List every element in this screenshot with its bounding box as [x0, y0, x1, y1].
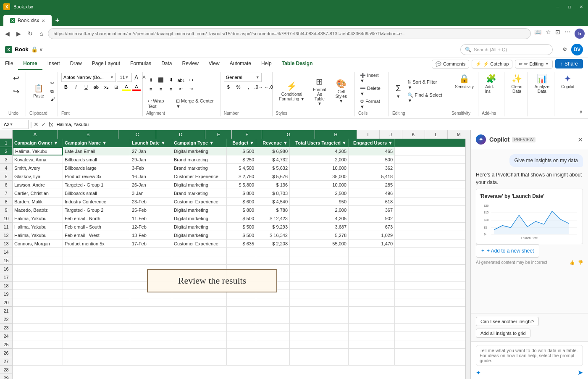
col-header-l[interactable]: L: [425, 130, 448, 139]
cell-g9[interactable]: 2,000: [290, 206, 349, 214]
row-header-22[interactable]: 22: [0, 315, 12, 324]
cell-a3[interactable]: Kovaleva, Anna: [13, 155, 63, 164]
cell-b5[interactable]: Product review 3x: [63, 172, 130, 181]
cell-h12[interactable]: 1,029: [349, 231, 395, 240]
align-top-button[interactable]: ⬆: [146, 76, 155, 84]
font-color-button[interactable]: A: [132, 83, 141, 91]
col-header-k[interactable]: K: [402, 130, 425, 139]
cell-h11[interactable]: 673: [349, 223, 395, 231]
undo-button[interactable]: ↩: [8, 72, 24, 84]
increase-indent-button[interactable]: ⇥: [186, 85, 196, 93]
row-header-27[interactable]: 27: [0, 357, 12, 366]
align-middle-button[interactable]: ⬛: [156, 76, 165, 84]
browser-tab[interactable]: X Book.xlsx ✕: [3, 15, 52, 26]
row-header-25[interactable]: 25: [0, 340, 12, 349]
back-button[interactable]: ◀: [3, 29, 11, 38]
redo-button[interactable]: ↪: [8, 85, 24, 98]
font-name-selector[interactable]: Aptos Narrow (Bo... ▼: [61, 73, 116, 82]
cell-f6[interactable]: $ 136: [256, 181, 290, 189]
col-header-a[interactable]: A: [13, 130, 58, 139]
header-total-users[interactable]: Total Users Targeted ▼: [290, 139, 349, 147]
cell-b2[interactable]: Late Jan Email: [63, 147, 130, 155]
split-view-icon[interactable]: ⊡: [555, 29, 560, 39]
tab-home[interactable]: Home: [18, 58, 42, 70]
header-campaign-owner[interactable]: Campaign Owner ▼: [13, 139, 63, 147]
cell-d12[interactable]: Digital marketing: [172, 231, 227, 240]
header-budget[interactable]: Budget ▼: [227, 139, 256, 147]
header-engaged-users[interactable]: Engaged Users ▼: [349, 139, 395, 147]
cell-e4[interactable]: $ 4,500: [227, 164, 256, 172]
cell-f8[interactable]: $ 4,540: [256, 197, 290, 206]
row-header-23[interactable]: 23: [0, 324, 12, 332]
url-input[interactable]: https://microsoft-my.sharepoint.com/:x:/…: [48, 28, 531, 39]
orient-button[interactable]: ab↕: [176, 76, 186, 84]
tab-review[interactable]: Review: [177, 58, 203, 70]
cell-e9[interactable]: $ 800: [227, 206, 256, 214]
col-header-d[interactable]: D: [156, 130, 205, 139]
tab-close-button[interactable]: ✕: [42, 18, 45, 23]
thumbs-up-icon[interactable]: 👍: [570, 259, 575, 266]
formula-cancel-icon[interactable]: ✕: [34, 121, 39, 128]
row-header-29[interactable]: 29: [0, 374, 12, 379]
prompt-guide-icon[interactable]: ✦: [476, 369, 481, 376]
cell-d13[interactable]: Customer Experience: [172, 240, 227, 248]
align-right-button[interactable]: ≡: [166, 85, 176, 93]
cut-button[interactable]: ✂: [49, 80, 57, 87]
increase-decimal-button[interactable]: .0→: [254, 83, 263, 91]
align-center-button[interactable]: ≡: [156, 85, 165, 93]
cell-a4[interactable]: Smith, Avery: [13, 164, 63, 172]
cell-a6[interactable]: Lawson, Andre: [13, 181, 63, 189]
cell-c7[interactable]: 3-Jan: [130, 189, 172, 197]
maximize-button[interactable]: □: [566, 3, 573, 10]
format-cells-button[interactable]: ⚙ Format ▼: [358, 98, 385, 110]
cell-e2[interactable]: $ 500: [227, 147, 256, 155]
cell-h2[interactable]: 465: [349, 147, 395, 155]
cell-b3[interactable]: Billboards small: [63, 155, 130, 164]
row-header-1[interactable]: 1: [0, 139, 12, 147]
cell-e10[interactable]: $ 500: [227, 214, 256, 223]
cell-d5[interactable]: Customer Experience: [172, 172, 227, 181]
tab-insert[interactable]: Insert: [42, 58, 65, 70]
align-bottom-button[interactable]: ⬇: [166, 76, 176, 84]
cell-e13[interactable]: $ 635: [227, 240, 256, 248]
number-format-selector[interactable]: General ▼: [224, 73, 262, 82]
cell-c10[interactable]: 11-Feb: [130, 214, 172, 223]
cell-h7[interactable]: 496: [349, 189, 395, 197]
wrap-text-button[interactable]: ↩ Wrap Text: [146, 97, 173, 110]
cell-b4[interactable]: Billboards large: [63, 164, 130, 172]
cell-a7[interactable]: Cartier, Christian: [13, 189, 63, 197]
copilot-input-field[interactable]: [476, 345, 583, 366]
tab-automate[interactable]: Automate: [225, 58, 256, 70]
reader-mode-icon[interactable]: 📖: [534, 29, 541, 39]
cell-g11[interactable]: 3,687: [290, 223, 349, 231]
cell-g2[interactable]: 4,205: [290, 147, 349, 155]
cell-a8[interactable]: Barden, Malik: [13, 197, 63, 206]
cell-styles-button[interactable]: 🎨 CellStyles ▼: [331, 77, 351, 105]
row-header-5[interactable]: 5: [0, 172, 12, 181]
cell-d10[interactable]: Digital marketing: [172, 214, 227, 223]
cell-f12[interactable]: $ 16,342: [256, 231, 290, 240]
cell-d3[interactable]: Brand marketing: [172, 155, 227, 164]
cell-f13[interactable]: $ 2,208: [256, 240, 290, 248]
cell-a10[interactable]: Halima, Yakubu: [13, 214, 63, 223]
cell-c2[interactable]: 27-Jan: [130, 147, 172, 155]
row-header-28[interactable]: 28: [0, 366, 12, 374]
row-header-4[interactable]: 4: [0, 164, 12, 172]
browser-settings-icon[interactable]: ⋯: [564, 29, 570, 39]
cell-g6[interactable]: 10,000: [290, 181, 349, 189]
row-header-7[interactable]: 7: [0, 189, 12, 197]
cell-e5[interactable]: $ 2,750: [227, 172, 256, 181]
tab-page-layout[interactable]: Page Layout: [87, 58, 125, 70]
cell-d6[interactable]: Digital marketing: [172, 181, 227, 189]
cell-b6[interactable]: Targeted - Group 1: [63, 181, 130, 189]
cell-c3[interactable]: 29-Jan: [130, 155, 172, 164]
cell-g5[interactable]: 35,000: [290, 172, 349, 181]
copy-button[interactable]: ⧉: [49, 88, 57, 95]
header-launch-date[interactable]: Launch Date ▼: [130, 139, 172, 147]
add-all-insights-button[interactable]: Add all insights to grid: [476, 329, 530, 338]
analyze-data-button[interactable]: 📊 AnalyzeData: [531, 72, 553, 95]
cell-d7[interactable]: Brand marketing: [172, 189, 227, 197]
col-header-j[interactable]: J: [380, 130, 402, 139]
tab-formulas[interactable]: Formulas: [125, 58, 156, 70]
cell-g12[interactable]: 5,278: [290, 231, 349, 240]
